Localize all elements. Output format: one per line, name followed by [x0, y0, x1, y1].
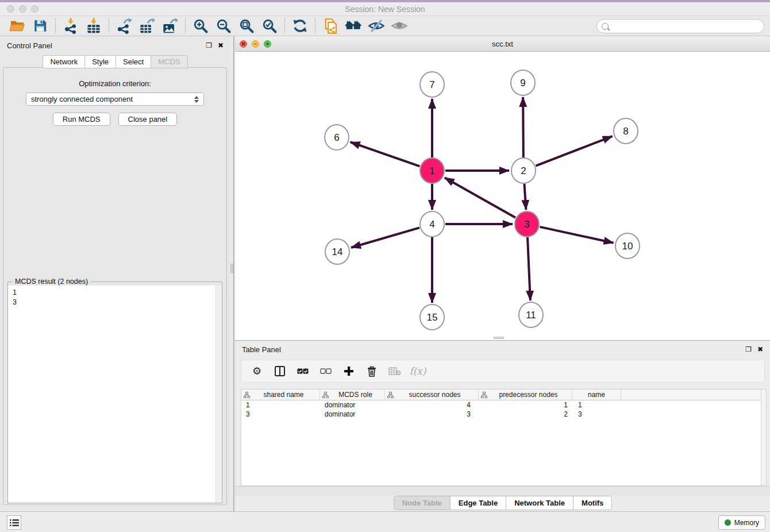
edge-2-3[interactable]: [524, 184, 526, 210]
edge-3-11[interactable]: [528, 237, 530, 300]
column-header-predecessor-nodes[interactable]: predecessor nodes: [479, 390, 572, 400]
graph-node-1[interactable]: 1: [420, 158, 444, 183]
network-graph[interactable]: 7968124314101511: [235, 52, 769, 340]
table-scrollbar[interactable]: [761, 390, 766, 485]
task-history-button[interactable]: [7, 515, 21, 530]
attribute-tree-icon: [322, 392, 329, 398]
delete-table-icon[interactable]: [387, 364, 402, 379]
table-row[interactable]: 3 dominator 3 2 3: [241, 410, 766, 419]
toolbar-separator: [315, 18, 315, 33]
graph-node-3[interactable]: 3: [515, 211, 539, 237]
graph-node-11[interactable]: 11: [519, 302, 543, 327]
tab-mcds[interactable]: MCDS: [151, 55, 187, 68]
zoom-out-icon[interactable]: [212, 17, 235, 35]
cell-mcds-role: dominator: [320, 400, 385, 410]
svg-text:9: 9: [520, 78, 525, 88]
zoom-selected-icon[interactable]: [258, 17, 281, 35]
graph-node-8[interactable]: 8: [614, 118, 638, 144]
result-scrollbar[interactable]: [215, 286, 222, 503]
network-window-titlebar[interactable]: ✕ − + scc.txt: [235, 36, 770, 52]
toolbar-separator: [109, 18, 109, 33]
save-session-icon[interactable]: [29, 17, 52, 35]
edge-3-1[interactable]: [445, 178, 515, 217]
edge-3-10[interactable]: [540, 227, 613, 243]
close-table-panel-icon[interactable]: ✖: [757, 345, 763, 353]
delete-column-trash-icon[interactable]: [364, 364, 379, 379]
cyndex-home-icon[interactable]: [342, 17, 365, 35]
mcds-result-list[interactable]: 1 3: [8, 286, 222, 503]
edge-4-14[interactable]: [351, 228, 419, 248]
column-header-successor-nodes[interactable]: successor nodes: [385, 390, 479, 400]
optimization-criterion-label: Optimization criterion:: [3, 79, 226, 88]
list-icon: [10, 519, 19, 527]
run-mcds-button[interactable]: Run MCDS: [53, 113, 110, 126]
cell-name: 3: [572, 410, 621, 419]
select-all-icon[interactable]: [295, 364, 310, 379]
float-table-panel-icon[interactable]: ❒: [745, 345, 752, 353]
export-network-icon[interactable]: [113, 17, 136, 35]
table-toolbar: ⚙ f(x): [241, 360, 765, 383]
graph-node-9[interactable]: 9: [511, 70, 535, 95]
network-title: scc.txt: [235, 40, 770, 48]
splitter-handle[interactable]: [230, 264, 233, 273]
memory-status-dot: [725, 519, 731, 526]
export-image-icon[interactable]: [159, 17, 182, 35]
show-all-eye-icon[interactable]: [388, 17, 411, 35]
memory-button[interactable]: Memory: [718, 515, 765, 530]
add-column-icon[interactable]: [341, 364, 356, 379]
edge-2-8[interactable]: [536, 136, 612, 166]
maximize-network-icon[interactable]: +: [264, 40, 271, 48]
attribute-tree-icon: [481, 392, 487, 398]
function-builder-icon[interactable]: f(x): [410, 364, 425, 379]
tab-network-table[interactable]: Network Table: [506, 496, 573, 510]
open-session-icon[interactable]: [6, 17, 29, 35]
tab-style[interactable]: Style: [85, 55, 116, 68]
criterion-select[interactable]: strongly connected component: [26, 92, 204, 106]
mcds-result-title: MCDS result (2 nodes): [13, 277, 90, 286]
table-panel: Table Panel ❒ ✖ ⚙ f(x) shared name: [234, 340, 770, 511]
import-table-icon[interactable]: [82, 17, 105, 35]
tab-motifs[interactable]: Motifs: [573, 496, 612, 510]
edge-2-9[interactable]: [523, 97, 523, 157]
node-table[interactable]: shared name MCDS role successor nodes pr…: [241, 389, 767, 486]
export-table-icon[interactable]: [136, 17, 159, 35]
close-panel-button[interactable]: Close panel: [118, 113, 178, 126]
graph-node-4[interactable]: 4: [420, 211, 444, 237]
tab-select[interactable]: Select: [116, 55, 151, 68]
close-network-icon[interactable]: ✕: [240, 40, 247, 48]
show-columns-icon[interactable]: [272, 364, 287, 379]
table-settings-gear-icon[interactable]: ⚙: [249, 364, 264, 379]
graph-node-6[interactable]: 6: [325, 125, 349, 150]
graph-node-2[interactable]: 2: [511, 158, 536, 183]
edge-1-6[interactable]: [351, 142, 420, 166]
horizontal-splitter-handle[interactable]: [494, 337, 504, 339]
zoom-fit-icon[interactable]: [235, 17, 258, 35]
graph-node-7[interactable]: 7: [420, 72, 444, 97]
cell-name: 1: [572, 400, 621, 410]
graph-node-14[interactable]: 14: [325, 239, 349, 264]
column-header-name[interactable]: name: [572, 390, 621, 400]
tab-network[interactable]: Network: [43, 55, 85, 68]
mcds-result-line: 3: [13, 298, 217, 307]
column-header-shared-name[interactable]: shared name: [241, 390, 320, 400]
minimize-network-icon[interactable]: −: [252, 40, 259, 48]
apply-layout-icon[interactable]: [288, 17, 311, 35]
graph-node-15[interactable]: 15: [420, 304, 444, 330]
network-from-selection-icon[interactable]: [319, 17, 342, 35]
close-panel-icon[interactable]: ✖: [218, 41, 224, 49]
deselect-all-icon[interactable]: [318, 364, 333, 379]
graph-node-10[interactable]: 10: [615, 233, 640, 259]
column-header-mcds-role[interactable]: MCDS role: [320, 390, 385, 400]
network-canvas[interactable]: 7968124314101511: [235, 52, 769, 340]
zoom-in-icon[interactable]: [189, 17, 212, 35]
hide-selected-eye-icon[interactable]: [365, 17, 388, 35]
vertical-splitter[interactable]: [230, 36, 234, 511]
import-network-icon[interactable]: [59, 17, 82, 35]
tab-node-table[interactable]: Node Table: [394, 496, 451, 510]
float-panel-icon[interactable]: ❒: [206, 41, 212, 49]
search-input[interactable]: [611, 21, 764, 32]
table-row[interactable]: 1 dominator 4 1 1: [241, 400, 766, 410]
tab-edge-table[interactable]: Edge Table: [451, 496, 506, 510]
global-search[interactable]: [596, 19, 764, 33]
svg-text:15: 15: [427, 312, 438, 323]
